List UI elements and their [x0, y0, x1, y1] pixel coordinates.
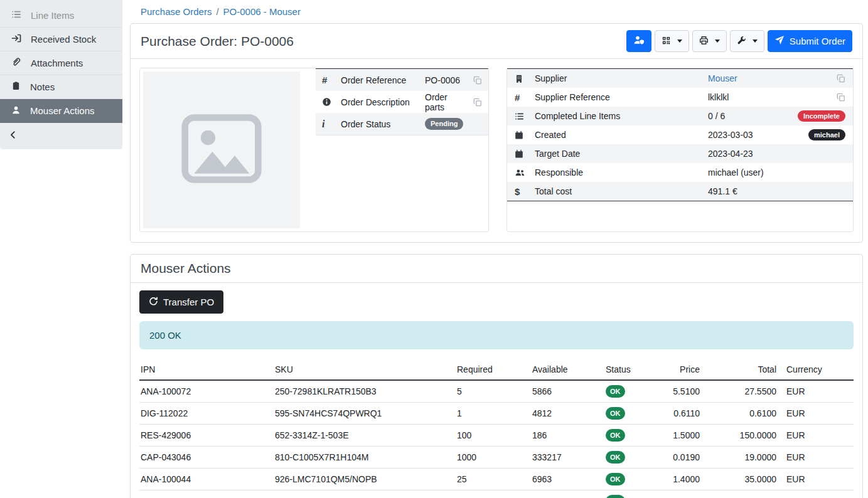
- cell-status: OK: [601, 425, 663, 447]
- copy-icon[interactable]: [837, 93, 845, 102]
- breadcrumb-purchase-orders[interactable]: Purchase Orders: [141, 6, 212, 17]
- sidebar-item-attachments[interactable]: Attachments: [0, 51, 122, 75]
- panel-title: Mouser Actions: [141, 261, 231, 276]
- info-icon: i: [322, 119, 341, 130]
- col-sku: SKU: [270, 359, 452, 380]
- detail-value: PO-0006: [425, 75, 467, 85]
- sidebar-item-label: Line Items: [31, 10, 74, 21]
- sidebar-item-label: Received Stock: [31, 34, 96, 45]
- detail-label: Order Description: [341, 97, 425, 107]
- detail-label: Completed Line Items: [535, 111, 708, 121]
- cell-available: 186: [527, 425, 601, 447]
- cell-required: 25: [452, 469, 527, 490]
- col-status: Status: [601, 359, 663, 380]
- cell-total: 19.0000: [705, 447, 781, 469]
- detail-label: Supplier: [535, 73, 708, 83]
- print-actions-button[interactable]: [692, 30, 727, 52]
- note-icon: [11, 81, 21, 93]
- image-placeholder-icon: [178, 105, 265, 195]
- qrcode-icon: [662, 36, 671, 47]
- detail-value: 0 / 6: [708, 111, 798, 121]
- cell-ipn: RES-429006: [139, 425, 270, 447]
- cell-available: 6963: [527, 469, 601, 490]
- cell-ipn: CAP-043046: [139, 447, 270, 469]
- purchase-order-body: # Order Reference PO-0006: [131, 59, 862, 242]
- cell-price: 0.0190: [663, 447, 705, 469]
- detail-label: Target Date: [535, 149, 708, 159]
- cell-price: 5.7200: [663, 490, 705, 498]
- col-price: Price: [663, 359, 705, 380]
- table-row: SWT-200005 611-110.107.011/0205 47 47 OK…: [139, 490, 854, 498]
- table-row: ANA-100044 926-LMC7101QM5/NOPB 25 6963 O…: [139, 469, 854, 490]
- cell-total: 150.0000: [705, 425, 781, 447]
- transfer-po-label: Transfer PO: [163, 297, 214, 307]
- chevron-left-icon: [9, 130, 18, 142]
- detail-label: Order Status: [341, 119, 425, 129]
- sidebar-collapse-button[interactable]: [0, 123, 122, 149]
- sidebar: Line Items Received Stock Attachments No…: [0, 0, 122, 149]
- submit-order-button[interactable]: Submit Order: [768, 30, 852, 52]
- supplier-details-card: Supplier Mouser # Supplier Reference lkl…: [506, 68, 854, 232]
- copy-icon[interactable]: [473, 98, 482, 107]
- detail-value: 491.1 €: [708, 186, 845, 196]
- cell-required: 1: [452, 403, 527, 425]
- ok-badge: OK: [606, 429, 625, 442]
- order-details-card: # Order Reference PO-0006: [139, 68, 489, 232]
- building-icon: [515, 74, 535, 83]
- sidebar-item-received-stock[interactable]: Received Stock: [0, 28, 122, 51]
- cell-total: 0.6100: [705, 403, 781, 425]
- cell-price: 1.4000: [663, 469, 705, 490]
- col-currency: Currency: [781, 359, 854, 380]
- calendar-icon: [515, 149, 535, 159]
- detail-row-order-description: Order Description Order parts: [316, 91, 488, 113]
- detail-label: Created: [535, 130, 708, 140]
- sidebar-item-notes[interactable]: Notes: [0, 75, 122, 99]
- sign-in-icon: [11, 33, 21, 45]
- calendar-icon: [515, 130, 535, 140]
- copy-icon[interactable]: [473, 76, 482, 85]
- breadcrumb-current-order[interactable]: PO-0006 - Mouser: [223, 6, 301, 17]
- purchase-order-header: Purchase Order: PO-0006: [131, 24, 862, 59]
- detail-row-order-reference: # Order Reference PO-0006: [316, 69, 488, 91]
- sidebar-item-label: Attachments: [31, 58, 83, 68]
- cell-ipn: ANA-100044: [139, 469, 270, 490]
- ok-badge: OK: [606, 407, 625, 420]
- wrench-icon: [737, 36, 746, 47]
- sidebar-item-mouser-actions[interactable]: Mouser Actions: [0, 99, 122, 123]
- chevron-down-icon: [753, 40, 758, 43]
- copy-icon[interactable]: [837, 74, 845, 83]
- ok-badge: OK: [606, 495, 625, 498]
- table-row: DIG-112022 595-SN74HCS74QPWRQ1 1 4812 OK…: [139, 403, 854, 425]
- cell-status: OK: [601, 469, 663, 490]
- cell-sku: 926-LMC7101QM5/NOPB: [270, 469, 452, 490]
- ok-badge: OK: [606, 385, 625, 398]
- cell-sku: 611-110.107.011/0205: [270, 490, 452, 498]
- supplier-link[interactable]: Mouser: [708, 73, 837, 83]
- app: Line Items Received Stock Attachments No…: [0, 0, 868, 498]
- ok-badge: OK: [606, 473, 625, 485]
- detail-row-target-date: Target Date 2023-04-23: [507, 144, 853, 163]
- col-required: Required: [452, 359, 527, 380]
- user-shield-button[interactable]: [626, 30, 651, 52]
- submit-order-label: Submit Order: [790, 36, 845, 46]
- order-actions-button[interactable]: [730, 30, 764, 52]
- part-thumbnail[interactable]: [143, 72, 300, 228]
- cell-available: 47: [527, 490, 601, 498]
- barcode-actions-button[interactable]: [655, 30, 689, 52]
- order-details-table: # Order Reference PO-0006: [316, 68, 488, 135]
- cell-status: OK: [601, 490, 663, 498]
- cell-total: 35.0000: [705, 469, 781, 490]
- cell-available: 4812: [527, 403, 601, 425]
- cell-currency: EUR: [781, 469, 854, 490]
- refresh-icon: [149, 297, 158, 308]
- cell-available: 5866: [527, 380, 601, 403]
- transfer-po-button[interactable]: Transfer PO: [139, 290, 223, 314]
- sidebar-item-line-items[interactable]: Line Items: [0, 4, 122, 28]
- table-row: ANA-100072 250-72981KLRATR150B3 5 5866 O…: [139, 380, 854, 403]
- cell-price: 5.5100: [663, 380, 705, 403]
- cell-required: 47: [452, 490, 527, 498]
- user-icon: [11, 105, 21, 117]
- chevron-down-icon: [677, 40, 682, 43]
- cell-ipn: ANA-100072: [139, 380, 270, 403]
- cell-status: OK: [601, 447, 663, 469]
